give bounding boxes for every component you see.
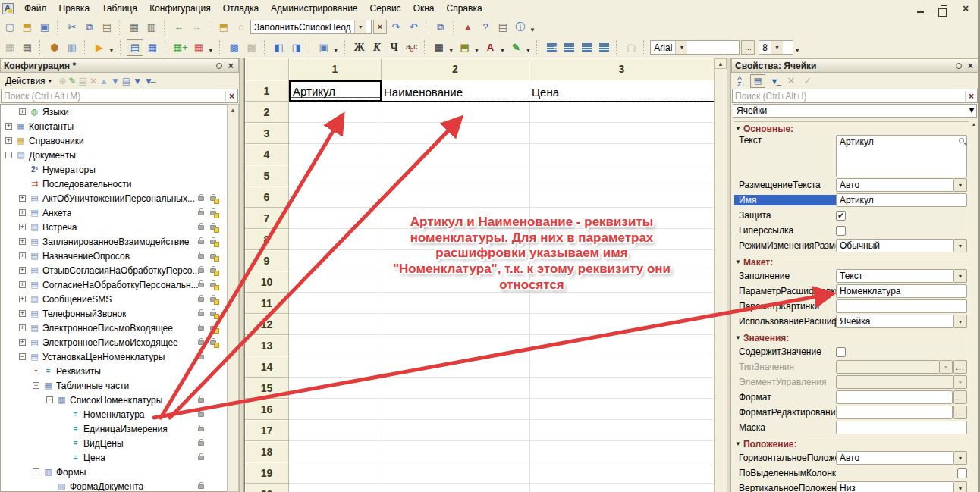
copy-icon[interactable]: ⧉ <box>81 19 98 36</box>
ellipsis-button[interactable]: ... <box>953 390 967 404</box>
find-in-files-icon[interactable]: ⬒ <box>215 19 232 36</box>
combo-field[interactable] <box>836 375 954 389</box>
menu-таблица[interactable]: Таблица <box>96 2 143 15</box>
tree-item[interactable]: =ЕдиницаИзмерения <box>1 421 227 436</box>
copy-item-icon[interactable]: ▤ <box>79 76 87 86</box>
table-settings-icon[interactable]: ▦ <box>19 39 36 56</box>
triangle-down-icon[interactable]: ▼ <box>735 125 741 132</box>
row-header-15[interactable]: 15 <box>245 378 289 399</box>
clear-search-icon[interactable]: × <box>965 91 977 102</box>
add-table-icon[interactable]: ▦+ <box>171 39 190 56</box>
checkbox[interactable]: ✔ <box>836 211 846 221</box>
row-header-8[interactable]: 8 <box>245 229 289 250</box>
combo-field[interactable]: Текст <box>836 269 954 283</box>
expand-icon[interactable]: + <box>19 296 26 302</box>
close-panel-icon[interactable]: × <box>967 60 973 71</box>
expand-icon[interactable]: + <box>5 137 12 144</box>
highlight-button[interactable]: ✎ <box>507 39 524 56</box>
sort-alpha-icon[interactable]: AZ↓ <box>733 74 749 88</box>
chevron-down-icon[interactable]: ▼ <box>108 47 115 54</box>
view-grid-icon[interactable]: ▦ <box>144 39 161 56</box>
chevron-down-icon[interactable]: ▼ <box>474 47 480 54</box>
tree-item[interactable]: ⇉Последовательности <box>1 177 227 191</box>
add-icon[interactable]: ⊕ <box>59 76 67 86</box>
row-header-14[interactable]: 14 <box>245 356 289 378</box>
open-icon[interactable]: ⬒ <box>19 19 36 36</box>
filter-properties-icon[interactable]: ▼̲ <box>767 74 782 88</box>
cancel-edit-icon[interactable]: ✕ <box>784 74 799 88</box>
tree-item[interactable]: +▤НазначениеОпросов <box>1 249 227 263</box>
view-list-icon[interactable]: ▤ <box>127 39 143 56</box>
chevron-down-icon[interactable]: ▼ <box>954 315 967 328</box>
row-header-10[interactable]: 10 <box>245 271 289 293</box>
properties-scrollbar[interactable]: ▲ <box>969 120 978 492</box>
chevron-down-icon[interactable]: ▼ <box>208 47 214 54</box>
text-property-field[interactable]: Артикул <box>836 135 967 177</box>
close-panel-icon[interactable]: × <box>228 60 234 71</box>
close-button[interactable]: × <box>959 2 972 14</box>
toolbar-overflow-icon[interactable]: ▼ <box>529 27 536 33</box>
property-object-selector[interactable]: Ячейки ▼ <box>733 104 977 118</box>
edit-icon[interactable]: ✎ <box>69 76 77 86</box>
collapse-icon[interactable]: − <box>5 152 12 158</box>
checkbox[interactable] <box>836 347 846 357</box>
cell-цена[interactable]: Цена <box>529 80 715 102</box>
font-dialog-button[interactable]: ... <box>741 40 755 55</box>
expand-icon[interactable]: + <box>19 267 26 274</box>
row-header-16[interactable]: 16 <box>245 399 289 420</box>
row-header-3[interactable]: 3 <box>245 123 289 144</box>
row-header-11[interactable]: 11 <box>245 293 289 314</box>
input-field[interactable] <box>836 299 967 313</box>
expand-icon[interactable]: + <box>19 310 26 317</box>
toolbar-overflow-icon[interactable]: ▼ <box>794 47 800 54</box>
clear-combo-button[interactable]: × <box>373 20 387 34</box>
chevron-down-icon[interactable]: ▼ <box>525 47 531 54</box>
menu-сервис[interactable]: Сервис <box>364 2 407 15</box>
tree-item[interactable]: +▤ЭлектронноеПисьмоИсходящее <box>1 335 227 349</box>
ellipsis-button[interactable]: ... <box>953 406 967 419</box>
collapse-icon[interactable]: − <box>33 382 39 389</box>
row-header-12[interactable]: 12 <box>245 314 289 335</box>
procedure-search-combo[interactable]: ЗаполнитьСписокНеод▼ <box>250 20 372 34</box>
italic-button[interactable]: К <box>369 39 385 56</box>
column-header-2[interactable]: 2 <box>382 58 529 80</box>
chevron-down-icon[interactable]: ▼ <box>499 47 505 54</box>
run-icon[interactable]: ▶ <box>91 39 108 56</box>
expand-icon[interactable]: + <box>33 368 39 374</box>
tree-item[interactable]: 2³Нумераторы <box>1 162 227 177</box>
filter-clear-icon[interactable]: ▼̶ <box>144 76 153 86</box>
input-field[interactable] <box>836 390 953 404</box>
split-left-icon[interactable]: ◧ <box>271 39 287 56</box>
expand-icon[interactable]: + <box>19 238 26 245</box>
form-icon[interactable]: ▥ <box>64 39 80 56</box>
tree-item[interactable]: −▤Документы <box>1 148 227 162</box>
text-color-button[interactable]: abc <box>404 39 420 56</box>
input-field[interactable]: Артикул <box>836 193 967 207</box>
database-icon[interactable]: ⬢ <box>46 39 63 56</box>
tree-item[interactable]: ▥ФормаДокумента <box>1 479 227 492</box>
fill-color-button[interactable]: ⬒ <box>457 39 473 56</box>
chevron-down-icon[interactable]: ▼ <box>954 239 967 252</box>
menu-администрирование[interactable]: Администрирование <box>265 2 363 15</box>
replace-back-icon[interactable]: ↶ <box>405 19 422 36</box>
chevron-down-icon[interactable]: ▼ <box>940 360 953 374</box>
grid-icon[interactable]: ▦ <box>2 39 18 56</box>
pin-icon[interactable] <box>956 63 962 69</box>
actions-menu-button[interactable]: Действия ▼ <box>2 74 57 88</box>
copy-special-icon[interactable]: ⧉ <box>432 19 449 36</box>
print-icon[interactable]: ▦ <box>126 19 143 36</box>
expand-icon[interactable]: + <box>19 339 26 346</box>
magnifier-icon[interactable] <box>959 138 964 143</box>
row-header-20[interactable]: 20 <box>245 484 289 492</box>
scroll-up-icon[interactable]: ▲ <box>715 58 727 69</box>
expand-icon[interactable]: + <box>19 108 26 115</box>
underline-button[interactable]: Ч <box>386 39 403 56</box>
delete-table-icon[interactable]: ▦ <box>190 39 207 56</box>
show-headers-icon[interactable]: ▩ <box>226 39 243 56</box>
tree-item[interactable]: +▤ЭлектронноеПисьмоВходящее <box>1 321 227 335</box>
apply-edit-icon[interactable]: ✓ <box>800 74 815 88</box>
cell-артикул[interactable]: Артикул <box>289 80 382 102</box>
chevron-down-icon[interactable]: ▼ <box>448 47 454 54</box>
menu-правка[interactable]: Правка <box>53 2 96 15</box>
menu-отладка[interactable]: Отладка <box>217 2 265 15</box>
